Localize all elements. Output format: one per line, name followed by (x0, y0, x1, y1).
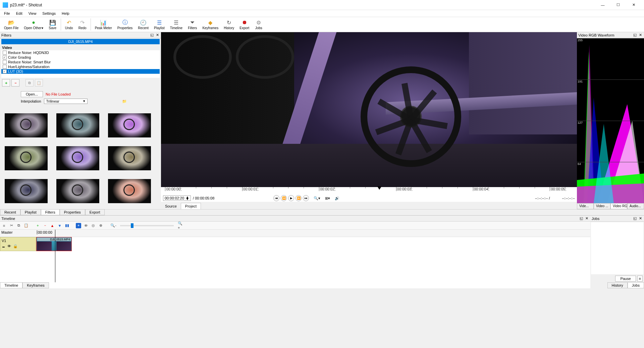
zoom-slider[interactable] (120, 225, 174, 226)
menu-help[interactable]: Help (59, 11, 72, 16)
pause-jobs-button[interactable]: Pause (615, 276, 636, 282)
panel-close-icon[interactable]: ✕ (584, 216, 589, 221)
panel-close-icon[interactable]: ✕ (638, 216, 643, 221)
forward-button[interactable]: ⏩ (296, 195, 302, 201)
mute-track-icon[interactable]: 👁 (7, 244, 11, 248)
zoom-in-icon[interactable]: 🔍+ (178, 223, 183, 228)
filter-row[interactable]: Hue/Lightness/Saturation (1, 64, 160, 69)
lock-track-icon[interactable]: 🔒 (13, 244, 18, 248)
panel-float-icon[interactable]: ◱ (633, 33, 637, 38)
undo-button[interactable]: ↶Undo (63, 18, 75, 31)
scope-tab[interactable]: Video RG... (610, 203, 627, 209)
panel-tab-recent[interactable]: Recent (0, 209, 20, 215)
filter-row[interactable]: LUT (3D) (1, 69, 160, 74)
timeline-tracks[interactable]: 00:00:00 DJI_0515.MP4 (36, 230, 590, 282)
timeline-tab-timeline[interactable]: Timeline (0, 282, 22, 288)
lut-thumbnail[interactable] (108, 146, 151, 170)
rewind-button[interactable]: ⏪ (281, 195, 287, 201)
panel-tab-filters[interactable]: Filters (41, 209, 60, 215)
grid-dropdown[interactable]: ⊞▾ (325, 196, 330, 200)
skip-start-button[interactable]: ⏮ (273, 195, 279, 201)
menu-file[interactable]: File (1, 11, 13, 16)
paste-filter-button[interactable]: 📋 (35, 79, 43, 86)
zoom-dropdown[interactable]: 🔍▾ (314, 196, 320, 200)
filter-row[interactable]: Reduce Noise: HQDN3D (1, 50, 160, 55)
remove-icon[interactable]: － (42, 223, 48, 228)
zoom-out-icon[interactable]: 🔍- (111, 223, 116, 228)
lut-thumbnail[interactable] (56, 146, 99, 170)
volume-button[interactable]: 🔊 (335, 196, 339, 200)
interpolation-select[interactable]: Trilinear (44, 99, 88, 104)
copy-icon[interactable]: ⧉ (16, 223, 21, 228)
master-track-header[interactable]: Master (0, 230, 36, 237)
remove-filter-button[interactable]: － (11, 79, 19, 86)
minimize-button[interactable]: — (595, 0, 610, 10)
filter-checkbox[interactable] (3, 65, 7, 69)
timeline-tab-keyframes[interactable]: Keyframes (22, 282, 49, 288)
timeline-clip[interactable]: DJI_0515.MP4 (36, 237, 72, 251)
copy-filter-button[interactable]: ⧉ (25, 79, 34, 86)
lut-thumbnail[interactable] (56, 113, 99, 137)
filter-checkbox[interactable] (3, 51, 7, 55)
lut-thumbnail[interactable] (5, 146, 48, 170)
filter-row[interactable]: Reduce Noise: Smart Blur (1, 60, 160, 64)
peak-meter-button[interactable]: 📊Peak Meter (93, 18, 114, 31)
timeline-ruler[interactable]: 00:00:00 (36, 230, 590, 237)
lut-thumbnail[interactable] (108, 113, 151, 137)
filter-checkbox[interactable] (3, 60, 7, 64)
open-lut-button[interactable]: Open... (21, 91, 43, 97)
recent-button[interactable]: 🕘Recent (136, 18, 151, 31)
split-icon[interactable]: ▮▮ (64, 223, 70, 228)
filter-checkbox[interactable] (3, 55, 7, 59)
lut-thumbnail[interactable] (5, 179, 48, 203)
ripple-all-icon[interactable]: ⊕ (98, 223, 103, 228)
timeline-button[interactable]: ☰Timeline (168, 18, 184, 31)
scrub-icon[interactable]: 👁 (83, 223, 89, 228)
open-other-button[interactable]: ●Open Other▾ (22, 18, 45, 31)
folder-icon[interactable]: 📁 (122, 99, 127, 104)
timeline-playhead[interactable] (55, 230, 55, 282)
panel-float-icon[interactable]: ◱ (150, 33, 154, 38)
menu-settings[interactable]: Settings (40, 11, 58, 16)
lut-thumbnail[interactable] (5, 113, 48, 137)
scope-tab[interactable]: Video ... (594, 203, 610, 209)
scope-tab[interactable]: Vide... (577, 203, 594, 209)
redo-button[interactable]: ↷Redo (76, 18, 89, 31)
panel-tab-properties[interactable]: Properties (60, 209, 85, 215)
playlist-button[interactable]: ☰Playlist (152, 18, 167, 31)
video-track-header[interactable]: V1 🗕 👁 🔒 (0, 237, 36, 251)
history-button[interactable]: ↻History (222, 18, 236, 31)
skip-end-button[interactable]: ⏭ (303, 195, 309, 201)
save-button[interactable]: 💾Save (47, 18, 59, 31)
panel-close-icon[interactable]: ✕ (155, 33, 160, 38)
cut-icon[interactable]: ✂ (9, 223, 14, 228)
panel-float-icon[interactable]: ◱ (633, 216, 637, 221)
paste-icon[interactable]: 📋 (23, 223, 29, 228)
close-button[interactable]: ✕ (626, 0, 641, 10)
menu-view[interactable]: View (26, 11, 39, 16)
panel-close-icon[interactable]: ✕ (638, 33, 643, 38)
panel-tab-export[interactable]: Export (85, 209, 105, 215)
maximize-button[interactable]: ☐ (610, 0, 626, 10)
play-button[interactable]: ▶ (288, 195, 294, 201)
filters-button[interactable]: ⏷Filters (186, 18, 199, 31)
snap-icon[interactable]: ⌖ (76, 223, 81, 228)
overwrite-icon[interactable]: ▼ (57, 223, 62, 228)
open-file-button[interactable]: 📂Open File (2, 18, 20, 31)
scope-tab[interactable]: Audio... (627, 203, 644, 209)
lift-icon[interactable]: ▲ (50, 223, 55, 228)
jobs-tab-jobs[interactable]: Jobs (628, 282, 644, 288)
panel-tab-playlist[interactable]: Playlist (20, 209, 41, 215)
panel-float-icon[interactable]: ◱ (579, 216, 584, 221)
lut-thumbnail[interactable] (56, 179, 99, 203)
export-button[interactable]: ⏺Export (237, 18, 251, 31)
append-icon[interactable]: ＋ (35, 223, 40, 228)
filter-checkbox[interactable] (3, 69, 7, 73)
video-preview[interactable] (161, 32, 577, 187)
preview-ruler[interactable]: 00:00:00;00:00:01;00:00:02;00:00:03;00:0… (161, 187, 577, 194)
jobs-button[interactable]: ⚙Jobs (253, 18, 265, 31)
timecode-input[interactable]: 00:00:02:20 ▲▼ (163, 195, 191, 201)
jobs-tab-history[interactable]: History (607, 282, 628, 288)
hide-track-icon[interactable]: 🗕 (2, 244, 5, 248)
lut-thumbnail[interactable] (108, 179, 151, 203)
